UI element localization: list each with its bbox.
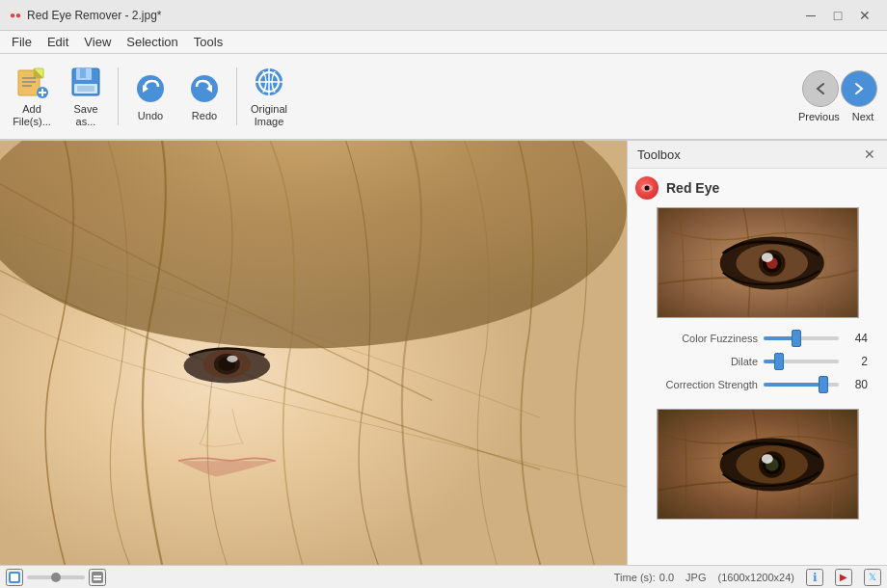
eye-preview-after — [657, 409, 859, 520]
next-button[interactable] — [841, 70, 877, 107]
chevron-right-icon — [851, 81, 867, 96]
menu-selection[interactable]: Selection — [119, 33, 185, 51]
correction-strength-fill — [764, 383, 823, 387]
red-eye-section: Red Eye — [628, 169, 887, 535]
previous-button[interactable] — [802, 70, 839, 107]
close-button[interactable]: ✕ — [852, 6, 877, 25]
status-resolution: (1600x1200x24) — [717, 572, 794, 583]
redo-button[interactable]: Redo — [178, 60, 230, 133]
status-right: Time (s): 0.0 JPG (1600x1200x24) ℹ ▶ 𝕏 — [614, 569, 881, 586]
eye-icon — [640, 183, 654, 193]
undo-label: Undo — [138, 110, 163, 121]
eye-after-svg — [658, 410, 858, 519]
svg-rect-11 — [80, 68, 86, 78]
toolbox-header: Toolbox ✕ — [628, 141, 887, 169]
prev-next-area: Previous Next — [798, 70, 881, 122]
hair-overlay — [0, 141, 627, 565]
status-resolution-segment: (1600x1200x24) — [717, 572, 794, 583]
dilate-track[interactable] — [764, 360, 839, 363]
eye-before-svg — [658, 208, 858, 317]
undo-icon — [133, 71, 168, 106]
svg-point-30 — [645, 186, 650, 191]
original-image-label: Original Image — [251, 103, 287, 128]
menu-edit[interactable]: Edit — [40, 33, 76, 51]
sliders-section: Color Fuzziness 44 Dilate 2 — [635, 324, 879, 409]
status-format-segment: JPG — [685, 572, 706, 583]
app-icon: ●● — [10, 10, 21, 20]
title-left: ●● Red Eye Remover - 2.jpg* — [10, 9, 162, 22]
status-icon-btn-2[interactable] — [89, 569, 106, 586]
svg-point-14 — [137, 75, 164, 102]
next-label: Next — [845, 111, 881, 122]
toolbar-separator-2 — [236, 67, 237, 125]
maximize-icon: □ — [834, 8, 842, 23]
dilate-thumb[interactable] — [774, 353, 784, 370]
svg-rect-49 — [94, 578, 101, 580]
status-icon-2 — [91, 571, 104, 584]
previous-label: Previous — [798, 111, 835, 122]
dilate-label: Dilate — [647, 356, 758, 367]
zoom-thumb — [51, 573, 61, 582]
maximize-button[interactable]: □ — [825, 6, 850, 25]
toolbox-title: Toolbox — [637, 147, 681, 162]
correction-strength-label: Correction Strength — [647, 379, 758, 390]
menu-view[interactable]: View — [76, 33, 119, 51]
svg-point-44 — [761, 454, 772, 464]
svg-rect-48 — [94, 575, 101, 577]
color-fuzziness-thumb[interactable] — [792, 330, 801, 347]
status-icon-1 — [8, 571, 21, 584]
red-eye-header: Red Eye — [635, 176, 879, 200]
twitter-button[interactable]: 𝕏 — [864, 569, 881, 586]
status-icon-btn-1[interactable] — [6, 569, 23, 586]
save-as-label: Save as... — [73, 103, 97, 128]
color-fuzziness-value: 44 — [845, 332, 868, 345]
svg-point-16 — [191, 75, 218, 102]
prev-next-labels: Previous Next — [798, 111, 881, 122]
correction-strength-track[interactable] — [764, 383, 839, 387]
main-content: Toolbox ✕ Red Eye — [0, 141, 887, 565]
status-time-value: 0.0 — [659, 572, 674, 583]
zoom-slider[interactable] — [27, 575, 85, 579]
color-fuzziness-label: Color Fuzziness — [647, 333, 758, 344]
redo-label: Redo — [192, 110, 217, 121]
minimize-icon: ─ — [806, 8, 816, 23]
close-icon: ✕ — [859, 8, 871, 23]
image-area[interactable] — [0, 141, 627, 565]
color-fuzziness-track[interactable] — [764, 336, 839, 340]
info-button[interactable]: ℹ — [806, 569, 823, 586]
redo-icon — [187, 71, 222, 106]
svg-rect-13 — [77, 86, 94, 92]
toolbox-panel: Toolbox ✕ Red Eye — [627, 141, 887, 565]
add-files-label: Add File(s)... — [13, 103, 51, 128]
toolbar: Add File(s)... Save as... Undo — [0, 54, 887, 141]
original-image-button[interactable]: Original Image — [243, 60, 295, 133]
undo-button[interactable]: Undo — [124, 60, 176, 133]
status-time-label: Time (s): — [614, 572, 656, 583]
dilate-row: Dilate 2 — [647, 355, 868, 368]
toolbox-close-button[interactable]: ✕ — [862, 147, 877, 162]
add-files-icon — [14, 65, 49, 99]
youtube-button[interactable]: ▶ — [835, 569, 852, 586]
image-canvas — [0, 141, 627, 565]
svg-point-37 — [761, 253, 772, 262]
eye-before-canvas — [658, 208, 858, 317]
title-bar: ●● Red Eye Remover - 2.jpg* ─ □ ✕ — [0, 0, 887, 31]
dilate-value: 2 — [845, 355, 868, 368]
eye-after-canvas — [658, 410, 858, 519]
save-as-icon — [68, 65, 103, 99]
status-left — [6, 569, 106, 586]
menu-tools[interactable]: Tools — [186, 33, 230, 51]
menu-bar: File Edit View Selection Tools — [0, 31, 887, 54]
status-bar: Time (s): 0.0 JPG (1600x1200x24) ℹ ▶ 𝕏 — [0, 565, 887, 588]
status-time-segment: Time (s): 0.0 — [614, 572, 674, 583]
save-as-button[interactable]: Save as... — [60, 60, 112, 133]
correction-strength-thumb[interactable] — [819, 376, 828, 393]
minimize-button[interactable]: ─ — [798, 6, 823, 25]
status-format: JPG — [685, 572, 706, 583]
menu-file[interactable]: File — [4, 33, 40, 51]
original-image-icon — [252, 65, 286, 99]
correction-strength-row: Correction Strength 80 — [647, 378, 868, 391]
prev-next-buttons — [802, 70, 877, 107]
add-files-button[interactable]: Add File(s)... — [6, 60, 58, 133]
toolbar-separator-1 — [118, 67, 119, 125]
